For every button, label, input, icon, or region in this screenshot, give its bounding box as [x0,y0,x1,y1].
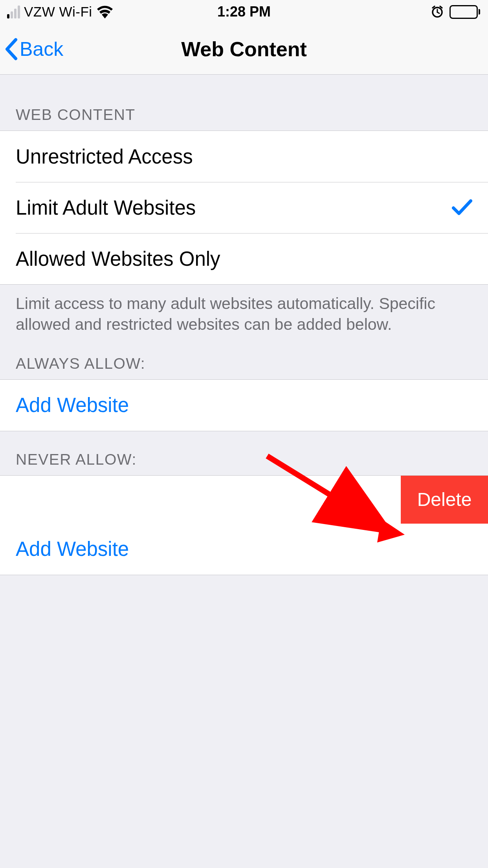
page-title: Web Content [181,37,307,61]
option-label: Unrestricted Access [16,145,472,168]
wifi-icon [96,6,114,18]
delete-button[interactable]: Delete [401,476,488,524]
option-limit-adult[interactable]: Limit Adult Websites [0,182,488,233]
status-time: 1:28 PM [217,4,271,20]
back-label: Back [20,38,63,61]
svg-line-3 [433,6,435,8]
never-allow-group: m Delete Add Website [0,475,488,575]
add-website-never[interactable]: Add Website [0,524,488,575]
section-header-web-content: WEB CONTENT [0,75,488,131]
add-website-label: Add Website [16,394,472,417]
status-bar: VZW Wi-Fi 1:28 PM [0,0,488,24]
svg-line-2 [437,12,439,13]
chevron-left-icon [4,37,18,61]
option-allowed-only[interactable]: Allowed Websites Only [0,233,488,284]
battery-icon [449,5,480,19]
option-unrestricted[interactable]: Unrestricted Access [0,131,488,182]
option-label: Allowed Websites Only [16,247,472,270]
alarm-icon [431,5,444,18]
never-allow-item-text: m [0,476,405,524]
status-left-group: VZW Wi-Fi [7,4,114,20]
checkmark-icon [452,199,472,216]
section-header-never-allow: NEVER ALLOW: [0,431,488,475]
cellular-signal-icon [7,6,20,18]
carrier-label: VZW Wi-Fi [24,4,92,20]
svg-line-4 [440,6,442,8]
back-button[interactable]: Back [4,37,63,61]
add-website-always[interactable]: Add Website [0,380,488,431]
navigation-bar: Back Web Content [0,24,488,75]
delete-label: Delete [417,489,472,510]
section-footer-description: Limit access to many adult websites auto… [0,285,488,335]
never-allow-item-swiped[interactable]: m Delete [0,476,488,524]
option-label: Limit Adult Websites [16,196,452,219]
web-content-options: Unrestricted Access Limit Adult Websites… [0,131,488,285]
section-header-always-allow: ALWAYS ALLOW: [0,335,488,379]
always-allow-group: Add Website [0,379,488,431]
status-right-group [431,5,480,19]
add-website-label: Add Website [16,537,472,561]
